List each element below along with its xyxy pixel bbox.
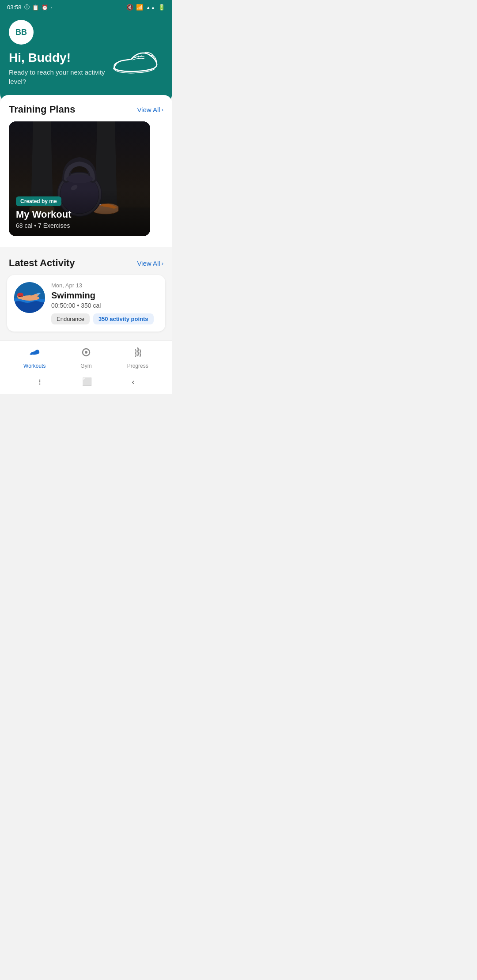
training-plans-scroll[interactable]: Created by me My Workout 68 cal • 7 Exer… xyxy=(0,121,172,236)
chevron-right-icon-2: › xyxy=(162,260,163,267)
system-nav: ⫶ ⬜ ‹ xyxy=(0,373,172,394)
info-icon: ⓘ xyxy=(24,4,30,11)
latest-activity-view-all[interactable]: View All › xyxy=(137,260,163,267)
activity-date: Mon, Apr 13 xyxy=(51,282,158,289)
activity-name: Swimming xyxy=(51,290,158,301)
progress-icon xyxy=(132,346,144,361)
training-plans-view-all[interactable]: View All › xyxy=(137,106,163,113)
progress-label: Progress xyxy=(127,363,148,369)
status-bar: 03:58 ⓘ 📋 ⏰ · 🔇 📶 ▲▲ 🔋 xyxy=(0,0,172,15)
mute-icon: 🔇 xyxy=(126,4,133,11)
latest-activity-header: Latest Activity View All › xyxy=(0,257,172,275)
nav-workouts[interactable]: Workouts xyxy=(19,346,50,369)
clipboard-icon: 📋 xyxy=(32,4,39,11)
chevron-right-icon: › xyxy=(162,106,163,113)
gym-icon xyxy=(80,346,92,361)
main-content: Training Plans View All › xyxy=(0,95,172,340)
nav-menu-button[interactable]: ⫶ xyxy=(38,377,42,387)
latest-activity-section: Latest Activity View All › xyxy=(0,247,172,340)
activity-tags: Endurance 350 activity points xyxy=(51,313,158,324)
plan-card-my-workout[interactable]: Created by me My Workout 68 cal • 7 Exer… xyxy=(9,121,150,236)
bottom-nav: Workouts Gym Progress xyxy=(0,340,172,373)
signal-icon: ▲▲ xyxy=(146,5,155,10)
nav-gym[interactable]: Gym xyxy=(71,346,102,369)
battery-icon: 🔋 xyxy=(158,4,165,11)
created-badge: Created by me xyxy=(16,196,61,206)
shoe-icon xyxy=(110,41,163,81)
greeting-subtitle: Ready to reach your next activity level? xyxy=(9,68,106,86)
tag-activity-points: 350 activity points xyxy=(93,313,154,324)
latest-activity-title: Latest Activity xyxy=(9,257,75,269)
plan-name: My Workout xyxy=(16,209,143,220)
status-time: 03:58 xyxy=(7,4,22,11)
plan-card-overlay: Created by me My Workout 68 cal • 7 Exer… xyxy=(9,189,150,236)
workouts-label: Workouts xyxy=(23,363,45,369)
activity-thumbnail xyxy=(14,282,45,313)
svg-point-6 xyxy=(66,174,93,183)
training-plans-header: Training Plans View All › xyxy=(0,104,172,121)
svg-point-14 xyxy=(85,351,87,354)
activity-card-swimming[interactable]: Mon, Apr 13 Swimming 00:50:00 • 350 cal … xyxy=(7,275,165,332)
status-right: 🔇 📶 ▲▲ 🔋 xyxy=(126,4,165,11)
activity-info: Mon, Apr 13 Swimming 00:50:00 • 350 cal … xyxy=(51,282,158,324)
clock-icon: ⏰ xyxy=(42,4,48,11)
dot-icon: · xyxy=(51,4,53,11)
activity-stats: 00:50:00 • 350 cal xyxy=(51,302,158,309)
plan-meta: 68 cal • 7 Exercises xyxy=(16,222,143,229)
gym-label: Gym xyxy=(80,363,91,369)
avatar: BB xyxy=(9,20,34,45)
hero-section: BB Hi, Buddy! Ready to reach your next a… xyxy=(0,15,172,104)
tag-endurance: Endurance xyxy=(51,313,90,324)
spacer xyxy=(0,332,172,340)
wifi-icon: 📶 xyxy=(136,4,143,11)
status-left: 03:58 ⓘ 📋 ⏰ · xyxy=(7,4,52,11)
nav-back-button[interactable]: ‹ xyxy=(132,377,135,387)
training-plans-title: Training Plans xyxy=(9,104,75,115)
workouts-icon xyxy=(28,346,41,361)
nav-progress[interactable]: Progress xyxy=(122,346,153,369)
nav-home-button[interactable]: ⬜ xyxy=(82,377,92,387)
